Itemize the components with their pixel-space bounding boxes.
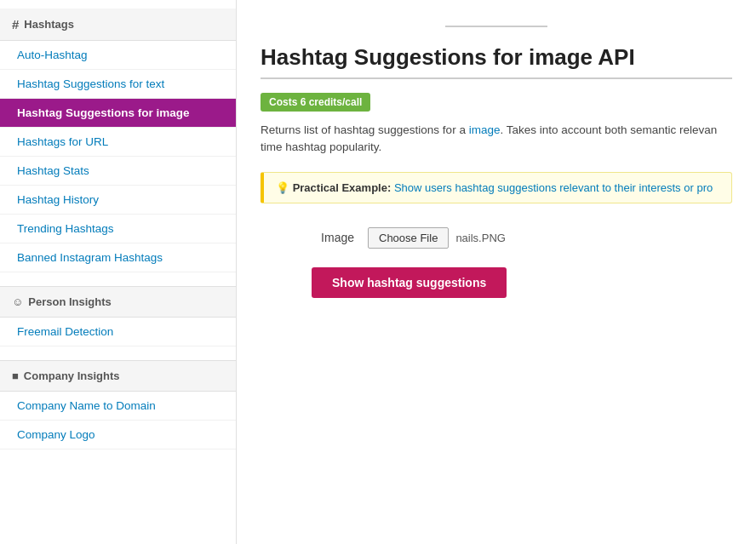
sidebar-section-header-company-insights: ■Company Insights — [0, 360, 236, 392]
person-icon: ☺ — [12, 295, 23, 308]
sidebar-item-hashtag-history[interactable]: Hashtag History — [0, 186, 236, 215]
sidebar-item-hashtag-suggestions-image[interactable]: Hashtag Suggestions for image — [0, 99, 236, 128]
practical-example-label: Practical Example: — [293, 181, 392, 194]
file-name-display: nails.PNG — [455, 232, 506, 244]
image-link: image — [469, 123, 501, 136]
practical-example: 💡 Practical Example: Show users hashtag … — [261, 172, 732, 203]
sidebar-item-trending-hashtags[interactable]: Trending Hashtags — [0, 215, 236, 243]
company-icon: ■ — [12, 369, 19, 382]
practical-example-icon: 💡 — [276, 181, 293, 194]
section-label-person-insights: Person Insights — [28, 295, 112, 308]
show-hashtag-suggestions-button[interactable]: Show hashtag suggestions — [312, 267, 507, 298]
hashtag-icon: # — [12, 17, 19, 31]
page-title: Hashtag Suggestions for image API — [261, 44, 732, 79]
sidebar-item-hashtag-suggestions-text[interactable]: Hashtag Suggestions for text — [0, 70, 236, 99]
cost-badge: Costs 6 credits/call — [261, 93, 370, 112]
description: Returns list of hashtag suggestions for … — [261, 122, 732, 157]
sidebar-section-header-hashtags: #Hashtags — [0, 9, 236, 41]
practical-example-text: Show users hashtag suggestions relevant … — [394, 181, 713, 194]
sidebar-item-freemail-detection[interactable]: Freemail Detection — [0, 318, 236, 346]
top-divider — [445, 26, 547, 27]
choose-file-button[interactable]: Choose File — [368, 227, 449, 249]
image-form-row: Image Choose File nails.PNG — [312, 227, 732, 249]
sidebar-item-company-logo[interactable]: Company Logo — [0, 421, 236, 450]
section-label-company-insights: Company Insights — [24, 369, 120, 382]
sidebar-item-hashtags-url[interactable]: Hashtags for URL — [0, 128, 236, 157]
sidebar-item-company-name-to-domain[interactable]: Company Name to Domain — [0, 392, 236, 421]
main-content: Hashtag Suggestions for image API Costs … — [237, 0, 756, 544]
sidebar-section-header-person-insights: ☺Person Insights — [0, 286, 236, 318]
image-label: Image — [312, 231, 354, 244]
sidebar-gap-1 — [0, 346, 236, 360]
file-input-wrapper: Choose File nails.PNG — [368, 227, 506, 249]
sidebar-gap-0 — [0, 272, 236, 286]
sidebar: #HashtagsAuto-HashtagHashtag Suggestions… — [0, 0, 237, 544]
section-label-hashtags: Hashtags — [24, 18, 74, 31]
sidebar-item-hashtag-stats[interactable]: Hashtag Stats — [0, 157, 236, 186]
sidebar-item-banned-instagram-hashtags[interactable]: Banned Instagram Hashtags — [0, 243, 236, 272]
sidebar-item-auto-hashtag[interactable]: Auto-Hashtag — [0, 41, 236, 70]
